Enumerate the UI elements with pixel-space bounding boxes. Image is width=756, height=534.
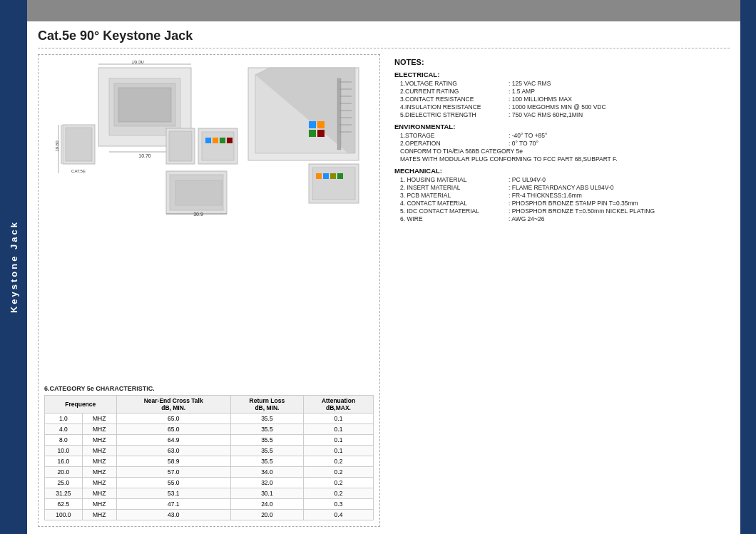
- svg-rect-30: [317, 121, 325, 128]
- rl-val: 35.5: [230, 424, 303, 435]
- svg-rect-38: [337, 173, 343, 179]
- env-spec-line: MATES WITH MODULAR PLUG CONFORMING TO FC…: [394, 155, 726, 163]
- next-val: 57.0: [116, 467, 230, 478]
- att-val: 0.1: [303, 424, 373, 435]
- freq-val: 8.0: [45, 435, 83, 446]
- spec-val: : FLAME RETARDANCY ABS UL94V-0: [509, 184, 614, 191]
- spec-val: : FR-4 THICKNESS:1.6mm: [509, 192, 582, 199]
- rl-val: 20.0: [230, 510, 303, 520]
- freq-unit: MHZ: [82, 499, 116, 510]
- next-val: 64.9: [116, 435, 230, 446]
- right-sidebar: [740, 0, 756, 534]
- freq-unit: MHZ: [82, 478, 116, 488]
- main-product-diagram: 16.50 10.70 CAT.5E: [56, 61, 362, 217]
- next-val: 65.0: [116, 414, 230, 424]
- mech-spec-line: 2. INSERT MATERIAL: FLAME RETARDANCY ABS…: [394, 184, 726, 191]
- freq-unit: MHZ: [82, 424, 116, 435]
- spec-key: 4.INSULATION RESISTANCE: [394, 103, 509, 111]
- freq-unit: MHZ: [82, 488, 116, 499]
- svg-rect-12: [169, 131, 192, 161]
- electrical-items: 1.VOLTAGE RATING: 125 VAC RMS2.CURRENT R…: [394, 80, 726, 118]
- freq-val: 62.5: [45, 499, 83, 510]
- freq-val: 10.0: [45, 446, 83, 456]
- att-val: 0.1: [303, 414, 373, 424]
- freq-unit: MHZ: [82, 446, 116, 456]
- content-area: Cat.5e 90° Keystone Jack: [27, 21, 740, 534]
- rl-val: 30.1: [230, 488, 303, 499]
- spec-key: 1.STORAGE: [394, 132, 509, 139]
- env-spec-line: CONFORM TO TIA/EIA 568B CATEGORY 5e: [394, 148, 726, 155]
- att-val: 0.2: [303, 467, 373, 478]
- svg-rect-29: [309, 121, 316, 128]
- att-val: 0.1: [303, 446, 373, 456]
- att-val: 0.2: [303, 456, 373, 467]
- notes-title: NOTES:: [394, 58, 726, 66]
- next-val: 43.0: [116, 510, 230, 520]
- spec-table: Frequence Near-End Cross Talk dB, MIN. R…: [44, 395, 374, 520]
- spec-full: MATES WITH MODULAR PLUG CONFORMING TO FC…: [394, 155, 618, 163]
- freq-val: 4.0: [45, 424, 83, 435]
- col-freq-header: Frequence: [45, 396, 117, 414]
- spec-val: : AWG 24~26: [509, 215, 544, 222]
- svg-rect-31: [309, 130, 316, 137]
- rl-val: 35.5: [230, 414, 303, 424]
- environmental-items: 1.STORAGE: -40° TO +85°2.OPERATION: 0° T…: [394, 132, 726, 163]
- freq-unit: MHZ: [82, 456, 116, 467]
- svg-rect-35: [316, 173, 322, 179]
- svg-rect-37: [330, 173, 336, 179]
- table-row: 16.0 MHZ 58.9 35.5 0.2: [45, 456, 374, 467]
- next-val: 53.1: [116, 488, 230, 499]
- freq-unit: MHZ: [82, 414, 116, 424]
- freq-unit: MHZ: [82, 510, 116, 520]
- table-row: 10.0 MHZ 63.0 35.5 0.1: [45, 446, 374, 456]
- env-spec-line: 2.OPERATION: 0° TO 70°: [394, 140, 726, 147]
- electrical-label: ELECTRICAL:: [394, 71, 726, 78]
- svg-text:CAT.5E: CAT.5E: [71, 169, 86, 173]
- spec-key: 6. WIRE: [394, 215, 509, 222]
- freq-unit: MHZ: [82, 467, 116, 478]
- diagram-area: 16.50 10.70 CAT.5E: [44, 61, 374, 379]
- mech-spec-line: 5. IDC CONTACT MATERIAL: PHOSPHOR BRONZE…: [394, 207, 726, 215]
- svg-text:30.9: 30.9: [193, 212, 203, 217]
- mech-spec-line: 4. CONTACT MATERIAL: PHOSPHOR BRONZE STA…: [394, 200, 726, 207]
- col-att-header: Attenuation dB,MAX.: [303, 396, 373, 414]
- svg-text:10.70: 10.70: [138, 153, 151, 158]
- electrical-spec-line: 2.CURRENT RATING: 1.5 AMP: [394, 88, 726, 95]
- mechanical-label: MECHANICAL:: [394, 167, 726, 175]
- svg-rect-34: [312, 168, 355, 200]
- table-row: 62.5 MHZ 47.1 24.0 0.3: [45, 499, 374, 510]
- col-rl-header: Return Loss dB, MIN.: [230, 396, 303, 414]
- rl-val: 35.5: [230, 446, 303, 456]
- spec-key: 5.DIELECTRIC STRENGTH: [394, 111, 509, 118]
- table-row: 31.25 MHZ 53.1 30.1 0.2: [45, 488, 374, 499]
- svg-text:16.50: 16.50: [131, 61, 144, 64]
- freq-val: 20.0: [45, 467, 83, 478]
- freq-val: 16.0: [45, 456, 83, 467]
- notes-section: NOTES: ELECTRICAL: 1.VOLTAGE RATING: 125…: [394, 58, 726, 523]
- next-val: 63.0: [116, 446, 230, 456]
- body-split: 16.50 10.70 CAT.5E: [38, 54, 730, 527]
- table-row: 20.0 MHZ 57.0 34.0 0.2: [45, 467, 374, 478]
- next-val: 65.0: [116, 424, 230, 435]
- col-next-header: Near-End Cross Talk dB, MIN.: [116, 396, 230, 414]
- freq-unit: MHZ: [82, 435, 116, 446]
- spec-key: 5. IDC CONTACT MATERIAL: [394, 207, 509, 215]
- svg-rect-17: [220, 138, 225, 143]
- spec-key: 2.OPERATION: [394, 140, 509, 147]
- spec-key: 3. PCB MATERIAL: [394, 192, 509, 199]
- rl-val: 35.5: [230, 456, 303, 467]
- electrical-spec-line: 5.DIELECTRIC STRENGTH: 750 VAC RMS 60Hz,…: [394, 111, 726, 118]
- table-row: 1.0 MHZ 65.0 35.5 0.1: [45, 414, 374, 424]
- next-val: 47.1: [116, 499, 230, 510]
- page-title: Cat.5e 90° Keystone Jack: [38, 29, 730, 48]
- spec-key: 4. CONTACT MATERIAL: [394, 200, 509, 207]
- table-row: 8.0 MHZ 64.9 35.5 0.1: [45, 435, 374, 446]
- main-content: Cat.5e 90° Keystone Jack: [27, 0, 740, 534]
- left-panel: 16.50 10.70 CAT.5E: [38, 54, 380, 527]
- table-row: 4.0 MHZ 65.0 35.5 0.1: [45, 424, 374, 435]
- spec-val: : 100 MILLIOHMS MAX: [509, 96, 572, 103]
- svg-rect-32: [317, 130, 325, 137]
- att-val: 0.2: [303, 488, 373, 499]
- spec-key: 1. HOUSING MATERIAL: [394, 176, 509, 183]
- spec-val: : 125 VAC RMS: [509, 80, 551, 87]
